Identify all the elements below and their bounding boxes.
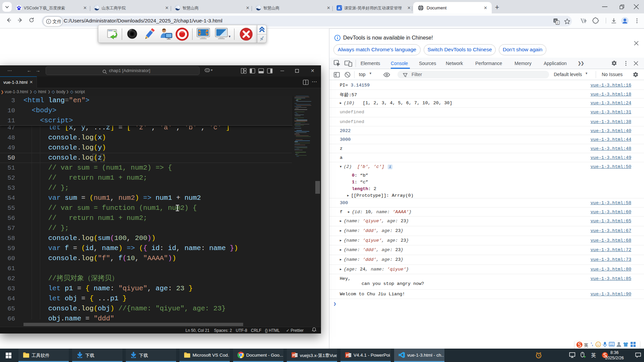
svg-text:P: P [346, 353, 348, 357]
svg-text:P: P [292, 353, 295, 357]
svg-text:+: + [340, 6, 342, 8]
svg-text:文: 文 [556, 21, 559, 24]
